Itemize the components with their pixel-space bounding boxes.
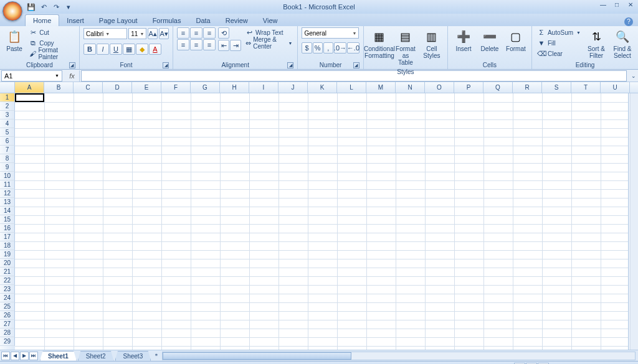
sort-filter-button[interactable]: ⇅Sort & Filter	[584, 27, 608, 61]
horizontal-scrollbar[interactable]	[162, 352, 636, 360]
row-header-24[interactable]: 24	[0, 294, 15, 302]
font-color-button[interactable]: A	[149, 44, 161, 55]
undo-icon[interactable]: ↶	[39, 2, 49, 12]
increase-decimal-button[interactable]: .0→	[334, 42, 346, 54]
row-header-27[interactable]: 27	[0, 320, 15, 329]
name-box[interactable]: A1▼	[1, 70, 62, 82]
row-header-5[interactable]: 5	[0, 128, 15, 137]
number-launcher[interactable]: ◢	[353, 62, 359, 68]
column-header-M[interactable]: M	[366, 82, 396, 93]
tab-page-layout[interactable]: Page Layout	[92, 15, 145, 26]
qat-customize-icon[interactable]: ▾	[64, 2, 74, 12]
paste-button[interactable]: 📋 Paste	[4, 27, 25, 54]
row-header-18[interactable]: 18	[0, 241, 15, 250]
increase-indent-button[interactable]: ⇥	[230, 40, 241, 51]
row-header-21[interactable]: 21	[0, 268, 15, 276]
tab-insert[interactable]: Insert	[59, 15, 92, 26]
format-as-table-button[interactable]: ▤Format as Table	[394, 27, 417, 68]
align-top-button[interactable]: ≡	[177, 27, 189, 39]
row-header-3[interactable]: 3	[0, 111, 15, 119]
column-header-R[interactable]: R	[513, 82, 542, 93]
row-header-2[interactable]: 2	[0, 102, 15, 111]
insert-cells-button[interactable]: ➕Insert	[452, 27, 475, 54]
redo-icon[interactable]: ↷	[51, 2, 61, 12]
row-header-23[interactable]: 23	[0, 285, 15, 294]
column-header-K[interactable]: K	[308, 82, 337, 93]
save-icon[interactable]: 💾	[26, 2, 36, 12]
tab-view[interactable]: View	[255, 15, 285, 26]
autosum-button[interactable]: ΣAutoSum▼	[536, 27, 582, 37]
alignment-launcher[interactable]: ◢	[287, 62, 293, 68]
row-header-26[interactable]: 26	[0, 311, 15, 320]
column-header-T[interactable]: T	[571, 82, 601, 93]
row-header-6[interactable]: 6	[0, 137, 15, 146]
align-center-button[interactable]: ≡	[190, 39, 202, 50]
sheet-nav-prev[interactable]: ◀	[11, 352, 19, 360]
sheet-tab-3[interactable]: Sheet3	[115, 351, 151, 361]
row-header-16[interactable]: 16	[0, 224, 15, 233]
column-header-A[interactable]: A	[15, 82, 44, 93]
sheet-nav-next[interactable]: ▶	[20, 352, 29, 360]
row-header-11[interactable]: 11	[0, 180, 15, 189]
shrink-font-button[interactable]: A▾	[159, 28, 169, 39]
new-sheet-button[interactable]: ＊	[153, 352, 160, 360]
column-header-Q[interactable]: Q	[483, 82, 513, 93]
column-header-J[interactable]: J	[279, 82, 308, 93]
maximize-button[interactable]: □	[612, 1, 622, 10]
row-header-7[interactable]: 7	[0, 146, 15, 154]
row-header-19[interactable]: 19	[0, 250, 15, 259]
row-header-28[interactable]: 28	[0, 329, 15, 337]
sheet-nav-last[interactable]: ⏭	[29, 352, 38, 360]
conditional-formatting-button[interactable]: ▦Conditional Formatting	[368, 27, 391, 61]
align-middle-button[interactable]: ≡	[190, 27, 202, 39]
column-header-S[interactable]: S	[542, 82, 571, 93]
sheet-nav-first[interactable]: ⏮	[1, 352, 10, 360]
column-header-D[interactable]: D	[103, 82, 132, 93]
currency-button[interactable]: $	[302, 42, 312, 54]
sheet-tab-2[interactable]: Sheet2	[78, 351, 114, 361]
select-all-corner[interactable]	[0, 82, 15, 93]
tab-formulas[interactable]: Formulas	[145, 15, 189, 26]
italic-button[interactable]: I	[97, 44, 109, 55]
format-cells-button[interactable]: ▢Format	[504, 27, 528, 54]
column-header-H[interactable]: H	[220, 82, 249, 93]
column-header-B[interactable]: B	[44, 82, 74, 93]
row-header-1[interactable]: 1	[0, 93, 15, 102]
align-right-button[interactable]: ≡	[203, 39, 216, 50]
align-bottom-button[interactable]: ≡	[203, 27, 216, 39]
column-header-P[interactable]: P	[454, 82, 483, 93]
column-header-O[interactable]: O	[425, 82, 454, 93]
row-header-17[interactable]: 17	[0, 233, 15, 241]
row-header-9[interactable]: 9	[0, 163, 15, 172]
sheet-tab-1[interactable]: Sheet1	[40, 351, 77, 361]
column-header-L[interactable]: L	[337, 82, 366, 93]
formula-input[interactable]	[81, 70, 627, 82]
format-painter-button[interactable]: 🖌Format Painter	[27, 49, 75, 58]
font-launcher[interactable]: ◢	[163, 62, 169, 68]
column-header-E[interactable]: E	[132, 82, 161, 93]
clear-button[interactable]: ⌫Clear	[536, 49, 582, 58]
comma-button[interactable]: ,	[323, 42, 333, 54]
row-header-13[interactable]: 13	[0, 198, 15, 207]
font-size-combo[interactable]: 11▼	[128, 28, 146, 39]
percent-button[interactable]: %	[313, 42, 323, 54]
column-header-I[interactable]: I	[249, 82, 279, 93]
row-header-10[interactable]: 10	[0, 172, 15, 180]
orientation-button[interactable]: ⟲	[218, 27, 229, 39]
column-header-G[interactable]: G	[191, 82, 220, 93]
grow-font-button[interactable]: A▴	[148, 28, 158, 39]
bold-button[interactable]: B	[83, 44, 96, 55]
row-header-20[interactable]: 20	[0, 259, 15, 268]
row-header-8[interactable]: 8	[0, 154, 15, 163]
fill-button[interactable]: ▼Fill	[536, 38, 582, 48]
tab-home[interactable]: Home	[25, 14, 59, 26]
formula-bar-expand[interactable]: ⌄	[629, 73, 638, 79]
tab-data[interactable]: Data	[188, 15, 217, 26]
row-header-25[interactable]: 25	[0, 302, 15, 311]
border-button[interactable]: ▦	[123, 44, 135, 55]
column-header-F[interactable]: F	[161, 82, 191, 93]
align-left-button[interactable]: ≡	[177, 39, 189, 50]
row-header-12[interactable]: 12	[0, 189, 15, 198]
tab-review[interactable]: Review	[218, 15, 255, 26]
decrease-decimal-button[interactable]: ←.0	[347, 42, 359, 54]
